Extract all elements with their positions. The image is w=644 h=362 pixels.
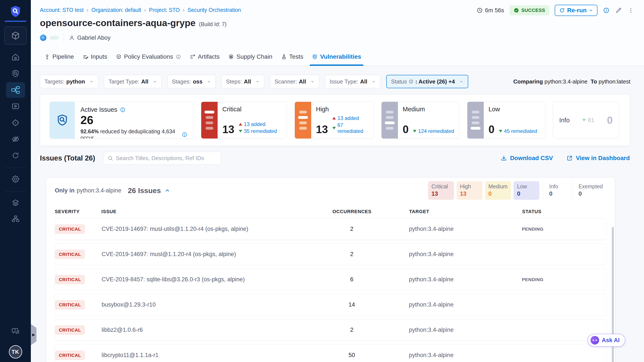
chevron-down-icon (589, 8, 593, 12)
active-issues-card[interactable]: Active Issues 26 92.64% reduced by dedup… (50, 102, 193, 139)
view-in-dashboard-button[interactable]: View in Dashboard (566, 155, 630, 162)
issue-title[interactable]: libcrypto11@1.1.1a-r1 (102, 352, 317, 358)
chip-exempted[interactable]: Exempted0 (572, 181, 606, 200)
tab-tests[interactable]: Tests (277, 53, 308, 66)
triangle-up-icon (239, 123, 242, 126)
sidebar-item-exclusions[interactable] (6, 132, 25, 147)
cube-icon (11, 31, 20, 40)
issue-title[interactable]: CVE-2019-14697: musl@1.1.20-r4 (os-pkgs,… (102, 251, 317, 258)
issues-search[interactable] (103, 152, 221, 164)
added-delta[interactable]: 13 added (239, 121, 277, 127)
high-count: 13 (316, 124, 328, 135)
tab-policy-evaluations[interactable]: Policy Evaluations (112, 53, 185, 66)
sto-shield-logo-icon[interactable] (9, 5, 22, 18)
issue-title[interactable]: CVE-2019-8457: sqlite-libs@3.26.0-r3 (os… (102, 276, 317, 283)
breadcrumb-organization[interactable]: Organization: default (84, 7, 141, 13)
chip-info[interactable]: Info0 (543, 181, 569, 200)
user-avatar[interactable]: TK (9, 345, 22, 358)
search-input[interactable] (116, 155, 217, 162)
ask-ai-button[interactable]: ✦✦ Ask AI (588, 334, 625, 347)
remediated-delta[interactable]: 67 remediated (332, 122, 368, 134)
info-icon[interactable] (120, 107, 126, 112)
sidebar-item-home[interactable] (6, 50, 25, 65)
table-row[interactable]: CRITICAL CVE-2019-14697: musl-utils@1.1.… (55, 218, 606, 240)
chip-medium[interactable]: Medium0 (485, 181, 511, 200)
medium-card[interactable]: Medium 0 124 remediated (381, 102, 460, 139)
filter-status[interactable]: Status : Active (26) +4 (386, 75, 468, 88)
sidebar-item-targets[interactable] (6, 115, 25, 130)
home-icon (11, 53, 20, 62)
nav-divider (5, 168, 26, 168)
critical-card[interactable]: Critical 13 13 added 35 remediated (201, 102, 287, 139)
search-icon (108, 155, 113, 161)
sidebar-item-account-resources[interactable] (6, 195, 25, 210)
added-delta[interactable]: 13 added (332, 115, 368, 121)
gear-icon (11, 175, 20, 183)
target-value: python:3.4-alpine (386, 251, 522, 258)
remediated-delta[interactable]: 124 remediated (413, 128, 454, 134)
active-issues-count: 26 (80, 114, 188, 126)
filter-stages[interactable]: Stages:oss (167, 75, 216, 88)
collapse-chevron-up-icon[interactable] (164, 188, 170, 194)
download-csv-button[interactable]: Download CSV (500, 155, 553, 162)
breadcrumb-account[interactable]: Account: STO test (40, 7, 84, 13)
sidebar-item-organizations[interactable] (6, 211, 25, 227)
tab-supply-chain[interactable]: Supply Chain (224, 53, 277, 66)
info-icon[interactable] (176, 54, 181, 59)
issues-group-panel: Only in python:3.4-alpine 26 Issues Crit… (46, 178, 615, 362)
occurrences-value: 2 (317, 251, 386, 258)
issue-title[interactable]: libbz2@1.0.6-r6 (102, 326, 317, 333)
severity-level-icon (467, 102, 484, 138)
module-selector-button[interactable] (4, 26, 27, 45)
sidebar-item-settings[interactable] (6, 171, 25, 187)
logo-underline (5, 21, 26, 22)
triangle-down-icon (499, 130, 502, 132)
rerun-button[interactable]: Re-run (555, 5, 598, 16)
policy-shield-icon (116, 54, 122, 60)
chevron-down-icon (459, 80, 464, 84)
ai-sparkle-icon: ✦✦ (590, 336, 599, 344)
low-card[interactable]: Low 0 45 remediated (467, 102, 545, 139)
sidebar-item-help[interactable]: ? (6, 324, 25, 339)
sidebar-item-getting-started[interactable] (6, 148, 25, 163)
comparing-label: Comparing python:3.4-alpine To python:la… (513, 78, 630, 85)
filter-target-type[interactable]: Target Type:All (104, 75, 162, 88)
tab-inputs[interactable]: Inputs (78, 53, 112, 66)
chip-critical[interactable]: Critical13 (428, 181, 454, 200)
table-row[interactable]: CRITICAL CVE-2019-8457: sqlite-libs@3.26… (55, 269, 606, 290)
chip-high[interactable]: High13 (456, 181, 482, 200)
breadcrumb-module[interactable]: Security Orchestration (180, 7, 241, 13)
tab-artifacts[interactable]: Artifacts (185, 53, 224, 66)
page-title: opensource-containers-aqua-grype (40, 18, 196, 28)
tab-vulnerabilities[interactable]: Vulnerabilities (308, 53, 365, 66)
info-icon[interactable] (182, 132, 188, 138)
issue-title[interactable]: busybox@1.29.3-r10 (102, 302, 317, 308)
filter-targets[interactable]: Targets:python (40, 75, 98, 88)
table-row[interactable]: CRITICAL libbz2@1.0.6-r6 2 python:3.4-al… (55, 319, 606, 341)
chevron-down-icon (89, 80, 94, 84)
tab-pipeline[interactable]: Pipeline (40, 53, 78, 66)
sidebar-item-scans[interactable] (6, 66, 25, 81)
filter-scanner[interactable]: Scanner:All (270, 75, 319, 88)
filter-steps[interactable]: Steps:All (222, 75, 264, 88)
filter-issue-type[interactable]: Issue Type:All (325, 75, 380, 88)
table-row[interactable]: CRITICAL libcrypto11@1.1.1a-r1 50 python… (55, 344, 606, 362)
user-icon (68, 34, 75, 41)
sidebar-item-pipelines[interactable] (6, 82, 25, 98)
breadcrumb-project[interactable]: Project: STO (141, 7, 180, 13)
edit-pencil-icon[interactable] (615, 7, 622, 14)
table-row[interactable]: CRITICAL CVE-2019-14697: musl@1.1.20-r4 … (55, 244, 606, 265)
issue-title[interactable]: CVE-2019-14697: musl-utils@1.1.20-r4 (os… (102, 226, 317, 232)
remediated-delta[interactable]: 45 remediated (499, 128, 537, 134)
remediated-delta[interactable]: 35 remediated (239, 128, 277, 134)
info-icon[interactable] (603, 7, 610, 14)
sidebar-item-executions[interactable] (6, 98, 25, 114)
kebab-menu-icon[interactable] (628, 7, 634, 14)
chip-low[interactable]: Low0 (514, 181, 540, 200)
chevron-down-icon (255, 80, 260, 84)
pipeline-avatar-icon (40, 34, 46, 41)
table-row[interactable]: CRITICAL busybox@1.29.3-r10 14 python:3.… (55, 294, 606, 316)
chevron-down-icon (310, 80, 315, 84)
info-card[interactable]: Info 81 0 (553, 102, 619, 139)
high-card[interactable]: High 13 13 added 67 remediated (294, 102, 374, 139)
